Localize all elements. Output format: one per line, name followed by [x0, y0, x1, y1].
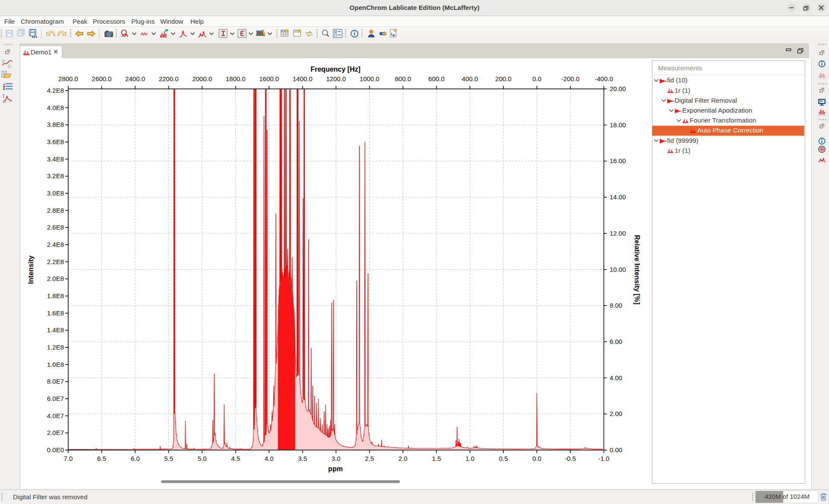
svg-text:400.0: 400.0: [462, 75, 478, 82]
svg-text:-0.5: -0.5: [565, 455, 576, 462]
svg-text:3.2E8: 3.2E8: [47, 172, 64, 180]
svg-text:4.0: 4.0: [265, 455, 274, 462]
svg-text:5.0: 5.0: [198, 455, 207, 462]
svg-text:6.0E7: 6.0E7: [47, 395, 64, 402]
svg-text:fid (99999): fid (99999): [667, 137, 699, 144]
svg-text:2.0E7: 2.0E7: [47, 429, 64, 436]
svg-text:2200.0: 2200.0: [159, 75, 179, 82]
svg-text:-200.0: -200.0: [561, 75, 580, 82]
svg-text:10.00: 10.00: [610, 266, 626, 273]
svg-text:7.0: 7.0: [64, 455, 73, 462]
svg-text:6.0: 6.0: [131, 455, 140, 462]
svg-text:2800.0: 2800.0: [58, 75, 78, 82]
svg-text:1400.0: 1400.0: [293, 75, 313, 82]
svg-text:3.0E8: 3.0E8: [47, 189, 64, 197]
svg-text:4.5: 4.5: [231, 455, 240, 462]
svg-text:2.4E8: 2.4E8: [47, 241, 64, 248]
svg-text:6.5: 6.5: [97, 455, 106, 462]
svg-text:2000.0: 2000.0: [192, 75, 212, 82]
svg-text:6.00: 6.00: [610, 338, 622, 345]
svg-text:0.5: 0.5: [499, 455, 508, 462]
svg-text:14.00: 14.00: [610, 193, 626, 201]
svg-text:1.2E8: 1.2E8: [47, 343, 64, 351]
svg-text:1.4E8: 1.4E8: [47, 326, 64, 334]
svg-text:0.0E0: 0.0E0: [47, 446, 64, 454]
svg-text:0.0: 0.0: [532, 455, 541, 462]
svg-text:1800.0: 1800.0: [226, 75, 246, 82]
svg-text:2600.0: 2600.0: [92, 75, 112, 82]
svg-text:2.0E8: 2.0E8: [47, 275, 64, 282]
svg-text:2400.0: 2400.0: [125, 75, 145, 82]
svg-text:1.0: 1.0: [465, 455, 475, 462]
svg-text:ppm: ppm: [328, 465, 343, 472]
svg-text:1r (1): 1r (1): [675, 87, 690, 94]
svg-text:3.5: 3.5: [298, 455, 307, 462]
svg-text:200.0: 200.0: [495, 75, 512, 82]
svg-text:1.8E8: 1.8E8: [47, 292, 64, 299]
svg-text:800.0: 800.0: [395, 75, 411, 82]
svg-text:Frequency [Hz]: Frequency [Hz]: [310, 66, 361, 73]
svg-text:Auto Phase Correction: Auto Phase Correction: [697, 126, 763, 134]
svg-text:3.4E8: 3.4E8: [47, 155, 64, 163]
svg-text:5.5: 5.5: [164, 455, 173, 462]
svg-text:1.5: 1.5: [432, 455, 441, 462]
svg-text:fid (10): fid (10): [667, 76, 687, 84]
svg-text:2.6E8: 2.6E8: [47, 224, 64, 231]
svg-text:-400.0: -400.0: [595, 75, 613, 82]
svg-text:4.2E8: 4.2E8: [47, 87, 64, 94]
svg-text:4.00: 4.00: [610, 374, 622, 381]
svg-text:1.0E8: 1.0E8: [47, 361, 64, 368]
svg-text:20.00: 20.00: [610, 85, 626, 92]
svg-text:3.6E8: 3.6E8: [47, 138, 64, 145]
svg-text:Intensity: Intensity: [27, 255, 35, 284]
svg-text:12.00: 12.00: [610, 230, 626, 237]
svg-text:4.0E8: 4.0E8: [47, 104, 64, 111]
svg-text:Fourier Transformation: Fourier Transformation: [690, 117, 756, 124]
svg-text:8.0E7: 8.0E7: [47, 378, 64, 385]
svg-text:1600.0: 1600.0: [259, 75, 279, 82]
svg-text:4.0E7: 4.0E7: [47, 412, 64, 419]
svg-text:2.2E8: 2.2E8: [47, 258, 64, 265]
svg-text:1000.0: 1000.0: [360, 75, 380, 82]
svg-text:1r (1): 1r (1): [675, 147, 690, 154]
svg-text:2.8E8: 2.8E8: [47, 207, 64, 214]
svg-text:Relative Intensity [%]: Relative Intensity [%]: [633, 235, 641, 305]
svg-text:T: T: [2, 94, 5, 99]
svg-text:3.8E8: 3.8E8: [47, 121, 64, 128]
svg-text:3.0: 3.0: [332, 455, 341, 462]
svg-text:2.0: 2.0: [399, 455, 408, 462]
svg-text:-1.0: -1.0: [598, 455, 610, 462]
svg-text:16.00: 16.00: [610, 157, 626, 164]
svg-text:0.00: 0.00: [610, 446, 622, 454]
svg-text:Exponential Apodization: Exponential Apodization: [682, 107, 752, 114]
svg-text:1200.0: 1200.0: [326, 75, 346, 82]
svg-text:600.0: 600.0: [428, 75, 445, 82]
svg-text:2.5: 2.5: [365, 455, 374, 462]
svg-text:Digital Filter Removal: Digital Filter Removal: [675, 97, 737, 104]
svg-text:1.6E8: 1.6E8: [47, 309, 64, 317]
svg-text:8.00: 8.00: [610, 302, 622, 309]
svg-text:2.00: 2.00: [610, 410, 622, 417]
svg-text:18.00: 18.00: [610, 121, 626, 129]
svg-text:0.0: 0.0: [532, 75, 541, 82]
